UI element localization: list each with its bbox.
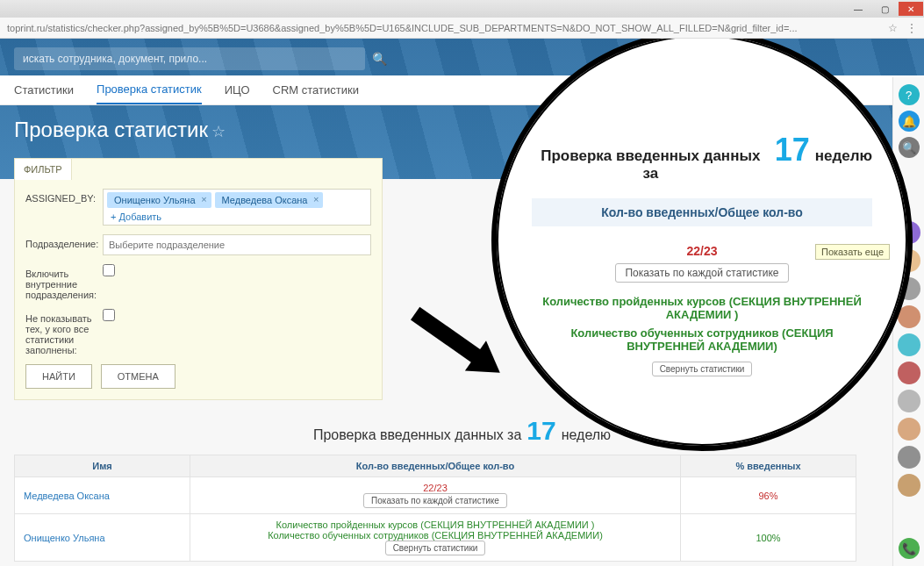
lens-stat-line-2: Количество обученных сотрудников (СЕКЦИЯ…	[532, 326, 872, 353]
lens-stat-line-1: Количество пройденных курсов (СЕКЦИЯ ВНУ…	[532, 295, 872, 321]
find-button[interactable]: НАЙТИ	[25, 364, 92, 389]
row-count: 22/23	[199, 483, 671, 493]
row-pct: 96%	[681, 477, 856, 514]
row-name[interactable]: Медведева Оксана	[15, 477, 190, 514]
tag-user-2: Медведева Оксана×	[215, 192, 324, 208]
lens-show-per-stat-button[interactable]: Показать по каждой статистике	[615, 263, 788, 283]
avatar[interactable]	[898, 474, 920, 497]
search-input[interactable]	[14, 47, 365, 70]
notifications-icon[interactable]: 🔔	[899, 111, 920, 132]
include-sub-checkbox[interactable]	[103, 264, 115, 276]
search-icon[interactable]: 🔍	[372, 52, 387, 66]
remove-tag-icon[interactable]: ×	[201, 194, 206, 204]
show-more-tooltip[interactable]: Показать еще	[815, 244, 890, 260]
window-minimize[interactable]: —	[846, 2, 870, 16]
assigned-by-field[interactable]: Онищенко Ульяна× Медведева Оксана× + Доб…	[103, 189, 371, 226]
hide-filled-checkbox[interactable]	[103, 309, 115, 321]
rail-search-icon[interactable]: 🔍	[899, 137, 920, 158]
avatar[interactable]	[898, 390, 920, 412]
window-controls: — ▢ ✕	[0, 0, 924, 18]
lens-title-suffix: неделю	[815, 147, 872, 165]
menu-icon[interactable]: ⋮	[906, 22, 917, 34]
help-icon[interactable]: ?	[899, 84, 920, 105]
show-per-stat-button[interactable]: Показать по каждой статистике	[363, 493, 507, 508]
address-bar: toprint.ru/statistics/checker.php?assign…	[0, 18, 924, 39]
row-name[interactable]: Онищенко Ульяна	[15, 514, 190, 562]
hide-filled-label: Не показывать тех, у кого все статистики…	[25, 309, 96, 355]
side-rail: ? 🔔 🔍 📞	[892, 77, 924, 566]
tab-crm-statistics[interactable]: CRM статистики	[273, 76, 359, 104]
filter-panel: ФИЛЬТР ASSIGNED_BY: Онищенко Ульяна× Мед…	[14, 158, 383, 400]
cancel-button[interactable]: ОТМЕНА	[101, 364, 175, 389]
row-pct: 100%	[681, 514, 856, 562]
magnifier-callout: Проверка введенных данных за 17 неделю К…	[491, 39, 913, 451]
lens-title-prefix: Проверка введенных данных за	[532, 147, 770, 183]
tab-ico[interactable]: ИЦО	[225, 76, 250, 104]
window-maximize[interactable]: ▢	[872, 2, 897, 16]
favorite-icon[interactable]: ☆	[211, 123, 226, 140]
star-icon[interactable]: ☆	[888, 22, 898, 34]
avatar[interactable]	[898, 362, 920, 384]
tag-user-1: Онищенко Ульяна×	[107, 192, 211, 208]
results-table: Имя Кол-во введенных/Общее кол-во % введ…	[14, 455, 856, 562]
col-count[interactable]: Кол-во введенных/Общее кол-во	[190, 455, 681, 477]
avatar[interactable]	[898, 333, 920, 356]
add-user-link[interactable]: + Добавить	[111, 211, 161, 222]
tab-statistics[interactable]: Статистики	[14, 76, 74, 104]
url-text[interactable]: toprint.ru/statistics/checker.php?assign…	[7, 23, 888, 33]
col-pct[interactable]: % введенных	[681, 455, 856, 477]
tab-check-statistics[interactable]: Проверка статистик	[97, 75, 202, 104]
lens-week-number: 17	[775, 132, 810, 168]
department-input[interactable]	[103, 234, 371, 255]
table-row: Медведева Оксана 22/23 Показать по каждо…	[15, 477, 856, 514]
avatar[interactable]	[898, 418, 920, 441]
remove-tag-icon[interactable]: ×	[313, 194, 319, 204]
avatar[interactable]	[898, 446, 920, 469]
lens-subtitle: Кол-во введенных/Общее кол-во	[532, 198, 872, 226]
stat-line: Количество обученных сотрудников (СЕКЦИЯ…	[199, 530, 671, 541]
lens-collapse-button[interactable]: Свернуть статистики	[652, 362, 753, 376]
collapse-stats-button[interactable]: Свернуть статистики	[385, 541, 486, 555]
department-label: Подразделение:	[25, 234, 96, 249]
col-name[interactable]: Имя	[15, 455, 190, 477]
window-close[interactable]: ✕	[899, 2, 923, 16]
table-row: Онищенко Ульяна Количество пройденных ку…	[15, 514, 856, 562]
filter-tab[interactable]: ФИЛЬТР	[14, 158, 72, 180]
include-sub-label: Включить внутренние подразделения:	[25, 264, 96, 300]
assigned-by-label: ASSIGNED_BY:	[25, 189, 96, 204]
call-icon[interactable]: 📞	[899, 538, 920, 559]
stat-line: Количество пройденных курсов (СЕКЦИЯ ВНУ…	[199, 519, 671, 530]
